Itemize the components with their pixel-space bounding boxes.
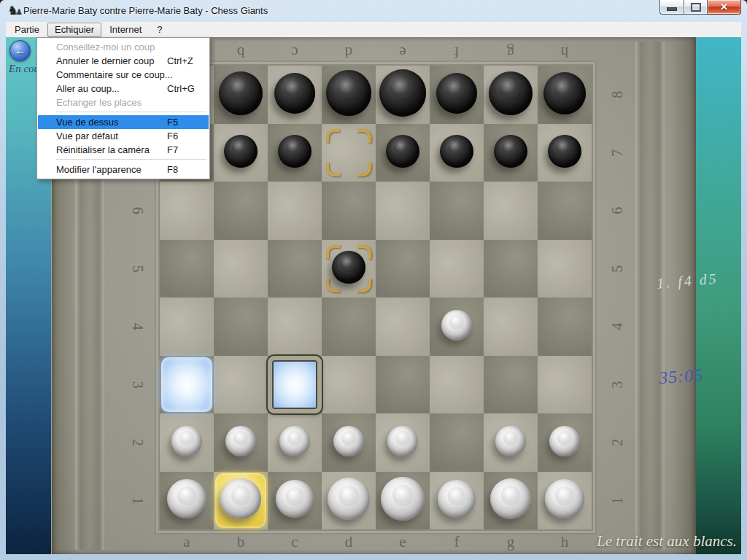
rank-label-left-2: 2 — [108, 433, 166, 452]
piece-white-pawn-f4[interactable] — [441, 310, 472, 341]
app-icon: ♞♟ — [7, 4, 23, 18]
piece-black-pawn-f7[interactable] — [440, 135, 473, 168]
piece-black-pawn-c7[interactable] — [278, 135, 311, 168]
menubar-item-internet[interactable]: Internet — [102, 23, 149, 37]
menu-item-vue-de-dessus[interactable]: Vue de dessusF5 — [38, 115, 209, 129]
piece-black-pawn-g7[interactable] — [494, 135, 527, 168]
square-d4[interactable] — [322, 298, 376, 356]
square-a6[interactable] — [160, 182, 214, 240]
menu-item-shortcut: Ctrl+G — [167, 82, 195, 96]
back-button[interactable]: ← — [9, 40, 31, 61]
legal-move-glow-a3[interactable] — [161, 357, 212, 413]
menu-item-shortcut: F8 — [167, 163, 178, 176]
square-g5[interactable] — [484, 240, 538, 298]
piece-white-king-e1[interactable] — [381, 477, 425, 521]
square-f3[interactable] — [430, 356, 484, 414]
square-h6[interactable] — [538, 182, 592, 240]
gold-corner-marker — [326, 279, 340, 292]
menubar-item-?[interactable]: ? — [150, 23, 169, 37]
menu-item-conseillez-moi-un-coup: Conseillez-moi un coup — [38, 40, 209, 54]
square-c5[interactable] — [268, 240, 322, 298]
gold-corner-marker — [326, 163, 340, 176]
square-d3[interactable] — [322, 356, 376, 414]
square-e6[interactable] — [376, 182, 430, 240]
square-e5[interactable] — [376, 240, 430, 298]
square-f2[interactable] — [430, 413, 484, 472]
menu-item-label: Vue de dessus — [56, 117, 119, 128]
piece-white-bishop-c1[interactable] — [276, 480, 314, 518]
menu-item-label: Vue par défaut — [56, 131, 118, 141]
piece-white-rook-a1[interactable] — [167, 479, 206, 518]
square-h3[interactable] — [538, 356, 592, 414]
square-f5[interactable] — [430, 240, 484, 298]
piece-white-knight-g1[interactable] — [490, 478, 531, 519]
square-b5[interactable] — [214, 240, 268, 298]
menu-item-modifier-l-apparence[interactable]: Modifier l'apparenceF8 — [38, 163, 209, 176]
piece-black-king-e8[interactable] — [379, 69, 427, 117]
piece-white-pawn-e2[interactable] — [387, 426, 418, 456]
piece-black-bishop-c8[interactable] — [274, 73, 315, 114]
square-d6[interactable] — [322, 182, 376, 240]
square-a5[interactable] — [160, 240, 214, 298]
file-label-bottom-c: c — [268, 533, 322, 551]
square-g3[interactable] — [484, 356, 538, 414]
file-label-bottom-b: b — [214, 533, 268, 551]
square-g4[interactable] — [484, 298, 538, 356]
menu-item-commentaire-sur-ce-coup[interactable]: Commentaire sur ce coup... — [38, 68, 209, 82]
piece-black-pawn-h7[interactable] — [548, 135, 581, 168]
menubar-item-partie[interactable]: Partie — [7, 23, 47, 37]
title-bar[interactable]: ♞♟ Pierre-Marie Baty contre Pierre-Marie… — [0, 0, 747, 22]
file-label-bottom-f: f — [430, 533, 484, 551]
piece-white-bishop-f1[interactable] — [438, 480, 476, 518]
square-e3[interactable] — [376, 356, 430, 414]
piece-black-pawn-e7[interactable] — [386, 135, 419, 168]
piece-white-queen-d1[interactable] — [328, 478, 370, 520]
piece-white-rook-h1[interactable] — [545, 479, 584, 518]
square-c4[interactable] — [268, 298, 322, 356]
square-e4[interactable] — [376, 298, 430, 356]
square-f6[interactable] — [430, 182, 484, 240]
square-c6[interactable] — [268, 182, 322, 240]
square-a4[interactable] — [160, 298, 214, 356]
piece-black-bishop-f8[interactable] — [436, 73, 477, 114]
menu-item-annuler-le-dernier-coup[interactable]: Annuler le dernier coupCtrl+Z — [38, 54, 209, 68]
menu-item-shortcut: F6 — [167, 129, 178, 143]
gold-corner-marker — [326, 129, 340, 143]
minimize-button[interactable] — [659, 0, 684, 15]
piece-white-pawn-c2[interactable] — [279, 426, 310, 456]
close-button[interactable]: ✕ — [708, 0, 741, 15]
piece-black-pawn-b7[interactable] — [224, 135, 257, 168]
rank-label-right-7: 7 — [589, 143, 647, 162]
menu-item-aller-au-coup[interactable]: Aller au coup...Ctrl+G — [38, 82, 209, 96]
piece-white-pawn-b2[interactable] — [225, 426, 256, 456]
legal-move-glow-framed-c3[interactable] — [268, 356, 322, 414]
rank-label-right-3: 3 — [589, 375, 647, 394]
piece-white-pawn-h2[interactable] — [549, 426, 580, 456]
piece-black-rook-h8[interactable] — [543, 72, 586, 114]
piece-white-pawn-a2[interactable] — [171, 426, 202, 456]
square-b3[interactable] — [214, 356, 268, 414]
piece-white-knight-b1[interactable] — [220, 478, 261, 519]
back-arrow-icon: ← — [15, 45, 26, 57]
piece-black-knight-g8[interactable] — [489, 71, 533, 115]
square-h4[interactable] — [538, 298, 592, 356]
menu-item-vue-par-d-faut[interactable]: Vue par défautF6 — [38, 129, 209, 143]
square-b4[interactable] — [214, 298, 268, 356]
menubar-item-echiquier[interactable]: Echiquier — [47, 23, 101, 37]
file-label-bottom-e: e — [376, 533, 430, 551]
menu-item-r-initialiser-la-cam-ra[interactable]: Réinitialiser la caméraF7 — [38, 143, 209, 157]
piece-black-knight-b8[interactable] — [219, 71, 263, 115]
piece-black-queen-d8[interactable] — [326, 70, 372, 116]
square-h5[interactable] — [538, 240, 592, 298]
menu-item-label: Modifier l'apparence — [56, 164, 142, 175]
square-b6[interactable] — [214, 182, 268, 240]
piece-white-pawn-d2[interactable] — [333, 426, 364, 456]
menu-item-label: Aller au coup... — [56, 83, 120, 94]
piece-black-pawn-d5[interactable] — [332, 251, 365, 284]
maximize-button[interactable] — [684, 0, 708, 15]
menu-item-shortcut: Ctrl+Z — [167, 54, 193, 68]
rank-label-right-1: 1 — [589, 491, 647, 510]
square-g6[interactable] — [484, 182, 538, 240]
piece-white-pawn-g2[interactable] — [495, 426, 526, 456]
gold-corner-marker — [357, 129, 371, 143]
